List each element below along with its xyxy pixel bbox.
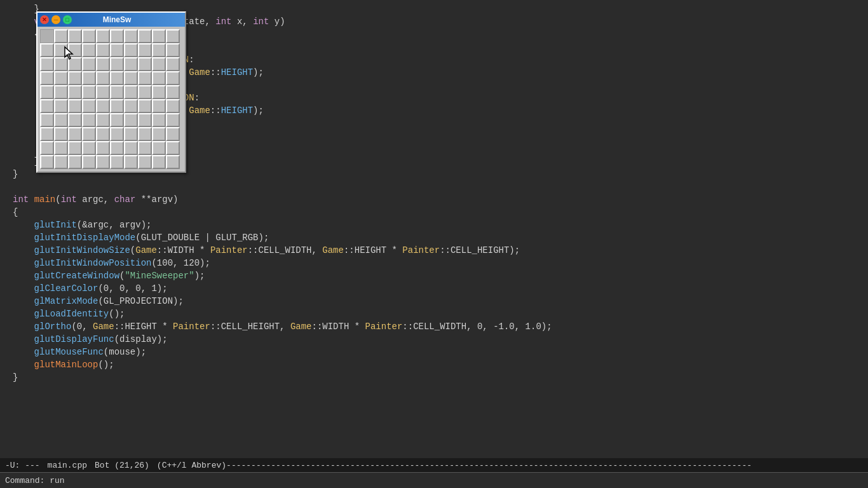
grid-cell[interactable] xyxy=(124,85,138,99)
grid-cell[interactable] xyxy=(96,43,110,57)
grid-cell[interactable] xyxy=(138,85,152,99)
grid-cell[interactable] xyxy=(166,127,180,141)
grid-cell[interactable] xyxy=(124,113,138,127)
grid-cell[interactable] xyxy=(166,29,180,43)
grid-cell[interactable] xyxy=(138,155,152,169)
grid-cell[interactable] xyxy=(152,155,166,169)
grid-cell[interactable] xyxy=(124,71,138,85)
grid-cell[interactable] xyxy=(40,43,54,57)
grid-cell[interactable] xyxy=(138,113,152,127)
grid-cell[interactable] xyxy=(152,99,166,113)
grid-cell[interactable] xyxy=(54,127,68,141)
minesweeper-grid[interactable] xyxy=(37,27,185,172)
grid-cell[interactable] xyxy=(40,113,54,127)
grid-cell[interactable] xyxy=(40,141,54,155)
grid-cell[interactable] xyxy=(152,141,166,155)
grid-cell[interactable] xyxy=(54,99,68,113)
grid-cell[interactable] xyxy=(110,29,124,43)
grid-cell[interactable] xyxy=(152,43,166,57)
maximize-button[interactable]: □ xyxy=(63,15,72,24)
grid-cell[interactable] xyxy=(138,141,152,155)
grid-cell[interactable] xyxy=(124,43,138,57)
grid-cell[interactable] xyxy=(40,29,54,43)
grid-cell[interactable] xyxy=(68,127,82,141)
grid-cell[interactable] xyxy=(96,155,110,169)
close-button[interactable]: ✕ xyxy=(40,15,49,24)
grid-cell[interactable] xyxy=(82,99,96,113)
grid-cell[interactable] xyxy=(96,85,110,99)
grid-cell[interactable] xyxy=(110,155,124,169)
grid-cell[interactable] xyxy=(124,155,138,169)
grid-cell[interactable] xyxy=(124,141,138,155)
grid-cell[interactable] xyxy=(82,57,96,71)
grid-cell[interactable] xyxy=(82,127,96,141)
grid-cell[interactable] xyxy=(152,85,166,99)
grid-cell[interactable] xyxy=(166,113,180,127)
grid-cell[interactable] xyxy=(68,85,82,99)
grid-cell[interactable] xyxy=(68,113,82,127)
grid-cell[interactable] xyxy=(40,85,54,99)
grid-cell[interactable] xyxy=(40,99,54,113)
grid-cell[interactable] xyxy=(152,57,166,71)
grid-cell[interactable] xyxy=(54,29,68,43)
grid-cell[interactable] xyxy=(110,99,124,113)
grid-cell[interactable] xyxy=(82,29,96,43)
grid-cell[interactable] xyxy=(152,29,166,43)
grid-cell[interactable] xyxy=(138,71,152,85)
grid-cell[interactable] xyxy=(68,71,82,85)
grid-cell[interactable] xyxy=(110,141,124,155)
grid-cell[interactable] xyxy=(54,43,68,57)
minimize-button[interactable]: ─ xyxy=(51,15,60,24)
grid-cell[interactable] xyxy=(96,127,110,141)
grid-cell[interactable] xyxy=(82,155,96,169)
grid-cell[interactable] xyxy=(82,141,96,155)
grid-cell[interactable] xyxy=(110,127,124,141)
grid-cell[interactable] xyxy=(152,113,166,127)
grid-cell[interactable] xyxy=(138,57,152,71)
grid-cell[interactable] xyxy=(138,99,152,113)
grid-cell[interactable] xyxy=(166,99,180,113)
grid-cell[interactable] xyxy=(96,29,110,43)
minesweeper-window[interactable]: ✕ ─ □ MineSw xyxy=(36,11,186,173)
grid-cell[interactable] xyxy=(138,29,152,43)
grid-cell[interactable] xyxy=(152,71,166,85)
grid-cell[interactable] xyxy=(40,155,54,169)
grid-cell[interactable] xyxy=(82,71,96,85)
grid-cell[interactable] xyxy=(68,155,82,169)
grid-cell[interactable] xyxy=(124,57,138,71)
grid-cell[interactable] xyxy=(68,99,82,113)
grid-cell[interactable] xyxy=(110,43,124,57)
grid-cell[interactable] xyxy=(54,85,68,99)
grid-cell[interactable] xyxy=(110,57,124,71)
grid-cell[interactable] xyxy=(166,141,180,155)
grid-cell[interactable] xyxy=(110,85,124,99)
grid-cell[interactable] xyxy=(82,43,96,57)
grid-cell[interactable] xyxy=(40,127,54,141)
grid-cell[interactable] xyxy=(124,29,138,43)
grid-cell[interactable] xyxy=(166,85,180,99)
grid-cell[interactable] xyxy=(68,57,82,71)
grid-cell[interactable] xyxy=(82,85,96,99)
grid-cell[interactable] xyxy=(96,57,110,71)
grid-cell[interactable] xyxy=(96,71,110,85)
grid-cell[interactable] xyxy=(166,155,180,169)
grid-cell[interactable] xyxy=(54,71,68,85)
grid-cell[interactable] xyxy=(166,43,180,57)
grid-cell[interactable] xyxy=(110,113,124,127)
grid-cell[interactable] xyxy=(40,57,54,71)
grid-cell[interactable] xyxy=(68,141,82,155)
grid-cell[interactable] xyxy=(82,113,96,127)
grid-cell[interactable] xyxy=(54,141,68,155)
grid-cell[interactable] xyxy=(96,141,110,155)
grid-cell[interactable] xyxy=(68,43,82,57)
grid-cell[interactable] xyxy=(124,127,138,141)
grid-cell[interactable] xyxy=(138,127,152,141)
grid-cell[interactable] xyxy=(68,29,82,43)
grid-cell[interactable] xyxy=(166,71,180,85)
grid-cell[interactable] xyxy=(138,43,152,57)
grid-cell[interactable] xyxy=(96,113,110,127)
grid-cell[interactable] xyxy=(54,155,68,169)
grid-cell[interactable] xyxy=(40,71,54,85)
grid-cell[interactable] xyxy=(152,127,166,141)
grid-cell[interactable] xyxy=(124,99,138,113)
